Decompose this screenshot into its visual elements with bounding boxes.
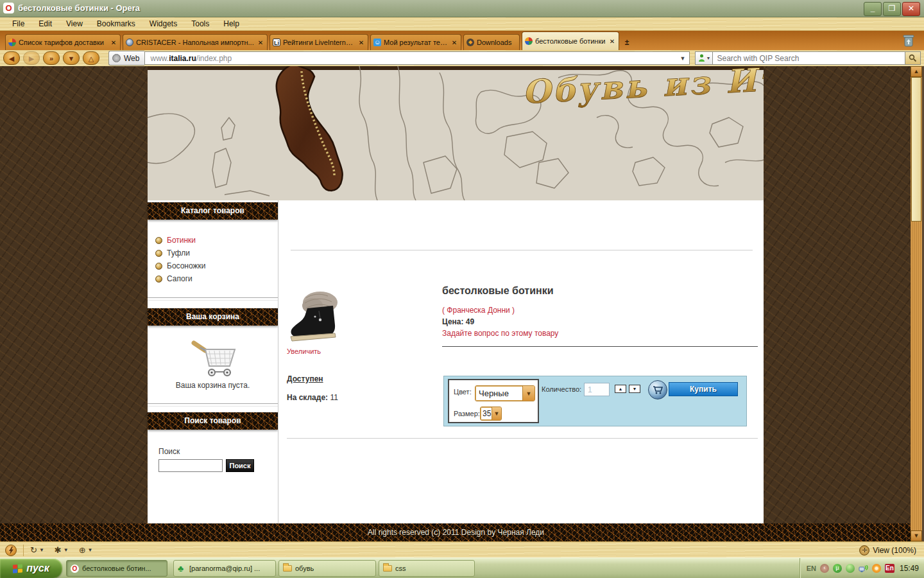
product-search-button[interactable]: Поиск <box>226 459 254 472</box>
folder-icon <box>383 565 392 572</box>
sidebar-item-sapogi[interactable]: Сапоги <box>155 272 193 285</box>
tab-liveinternet[interactable]: Li Рейтинги LiveInternet.Ru ✕ <box>270 34 368 50</box>
purchase-panel: Цвет: Черные ▼ Размер: 35 ▼ Количество: … <box>443 376 747 426</box>
site-favicon <box>525 37 533 45</box>
divider <box>287 438 758 439</box>
tab-downloads[interactable]: ◆ Downloads <box>463 34 520 50</box>
taskbar-item-opera[interactable]: O бестолковые ботин... <box>66 560 167 577</box>
address-dropdown-icon[interactable]: ▼ <box>680 55 686 62</box>
taskbar-item-folder-obuv[interactable]: обувь <box>278 560 376 577</box>
reload-button[interactable]: △ <box>83 51 99 65</box>
language-indicator[interactable]: EN <box>807 565 816 572</box>
network-tray-icon[interactable] <box>859 565 868 573</box>
product-search-input[interactable] <box>158 459 223 472</box>
unite-button[interactable]: ✱▼ <box>55 545 69 555</box>
bullet-icon <box>155 263 162 270</box>
quantity-up-button[interactable]: ▲ <box>615 385 626 393</box>
site-header-banner: Обувь из Италии <box>148 66 764 200</box>
options-box: Цвет: Черные ▼ Размер: 35 ▼ <box>448 379 539 423</box>
tab-close-icon[interactable]: ✕ <box>110 39 117 46</box>
stock-text: На складе: 11 <box>287 393 338 402</box>
zoom-level: View (100%) <box>873 546 916 555</box>
tab-close-icon[interactable]: ✕ <box>450 39 458 46</box>
web-panel-button[interactable]: ⊕▼ <box>79 545 93 555</box>
menu-tools[interactable]: Tools <box>184 18 216 30</box>
taskbar-item-qip[interactable]: ♣ [paranorma@qip.ru] ... <box>173 560 276 577</box>
hide-icons-chevron[interactable]: ‹ <box>820 564 829 573</box>
product-brand-link[interactable]: ( Франческа Донни ) <box>442 306 515 315</box>
chevron-down-icon: ▼ <box>522 386 535 401</box>
ask-question-link[interactable]: Задайте вопрос по этому товару <box>442 329 558 338</box>
menu-view[interactable]: View <box>59 18 90 30</box>
tab-close-icon[interactable]: ✕ <box>257 39 264 46</box>
search-engine-button[interactable]: ▼ <box>695 51 713 65</box>
bullet-icon <box>155 250 162 257</box>
search-submit-icon[interactable] <box>905 51 921 65</box>
smiley-favicon: ☺ <box>373 39 381 46</box>
quantity-label: Количество: <box>542 385 581 393</box>
opera-turbo-icon[interactable] <box>5 545 17 556</box>
product-image[interactable] <box>287 286 346 347</box>
web-protocol-button[interactable]: Web <box>108 51 144 66</box>
address-bar[interactable]: www.italia.ru/index.php ▼ <box>144 51 690 65</box>
scroll-down-button[interactable]: ▼ <box>911 530 922 541</box>
search-label: Поиск <box>158 447 180 456</box>
divider <box>23 545 24 556</box>
color-label: Цвет: <box>454 388 472 396</box>
start-button[interactable]: пуск <box>0 559 62 578</box>
tab-active-product[interactable]: бестолковые ботинки ✕ <box>522 31 619 50</box>
zoom-image-link[interactable]: Увеличить <box>287 347 321 355</box>
sidebar-item-bosonozhki[interactable]: Босоножки <box>155 259 206 272</box>
window-title: бестолковые ботинки - Opera <box>18 3 140 13</box>
site-favicon <box>126 39 133 46</box>
sidebar-item-botinki[interactable]: Ботинки <box>155 234 196 247</box>
menu-widgets[interactable]: Widgets <box>142 18 184 30</box>
clock: 15:49 <box>900 564 919 573</box>
qip-tray-icon[interactable] <box>872 564 881 573</box>
sidebar: Каталог товаров Ботинки Туфли Босоножки … <box>148 200 278 525</box>
system-tray: EN ‹ µ En 15:49 <box>800 558 924 578</box>
menu-help[interactable]: Help <box>216 18 246 30</box>
zoom-control[interactable]: ✛ View (100%) <box>859 545 916 556</box>
restore-button[interactable]: ❐ <box>883 2 901 16</box>
menu-edit[interactable]: Edit <box>31 18 59 30</box>
tab-test-result[interactable]: ☺ Мой результат теста ✕ <box>370 34 461 50</box>
utorrent-tray-icon[interactable]: µ <box>833 564 842 573</box>
back-button[interactable]: ◀ <box>3 51 20 65</box>
cart-empty-text: Ваша корзина пуста. <box>148 381 278 390</box>
antivirus-tray-icon[interactable] <box>846 564 855 573</box>
forward-button[interactable]: ▶ <box>23 51 40 65</box>
size-select[interactable]: 35 ▼ <box>480 407 502 421</box>
tab-delivery-rates[interactable]: Список тарифов доставки ✕ <box>5 34 121 50</box>
taskbar-item-folder-css[interactable]: css <box>379 560 475 577</box>
quantity-input[interactable] <box>584 383 610 396</box>
new-tab-button[interactable]: ± <box>622 37 632 48</box>
sidebar-item-tufli[interactable]: Туфли <box>155 247 190 259</box>
opera-logo-icon: O <box>3 3 14 13</box>
tab-close-icon[interactable]: ✕ <box>608 38 616 45</box>
sync-button[interactable]: ↻▼ <box>30 545 44 555</box>
scrollbar-thumb[interactable] <box>911 77 921 222</box>
divider <box>291 250 753 250</box>
cart-image <box>186 337 240 380</box>
color-select[interactable]: Черные ▼ <box>475 385 535 401</box>
product-title: бестолковые ботинки <box>442 285 553 297</box>
vertical-scrollbar[interactable]: ▲ ▼ <box>911 66 922 541</box>
search-input[interactable] <box>713 51 905 65</box>
fast-forward-button[interactable]: » <box>43 51 60 65</box>
windows-taskbar: пуск O бестолковые ботин... ♣ [paranorma… <box>0 557 924 578</box>
scroll-up-button[interactable]: ▲ <box>911 66 922 77</box>
close-button[interactable]: ✕ <box>902 2 920 16</box>
menu-file[interactable]: File <box>5 18 31 30</box>
tab-close-icon[interactable]: ✕ <box>357 39 365 46</box>
closed-tabs-trash-icon[interactable] <box>901 32 916 48</box>
keyboard-layout-indicator[interactable]: En <box>885 564 894 573</box>
buy-button[interactable]: Купить <box>669 382 738 396</box>
menu-bookmarks[interactable]: Bookmarks <box>90 18 142 30</box>
cart-button-icon[interactable] <box>648 380 667 399</box>
quantity-down-button[interactable]: ▼ <box>629 385 640 393</box>
tab-cristacer[interactable]: CRISTACER - Напольная импортн... ✕ <box>123 34 268 50</box>
minimize-button[interactable]: _ <box>864 2 882 16</box>
scroll-down-button[interactable]: ▼ <box>63 51 80 65</box>
chevron-down-icon: ▼ <box>492 407 501 420</box>
